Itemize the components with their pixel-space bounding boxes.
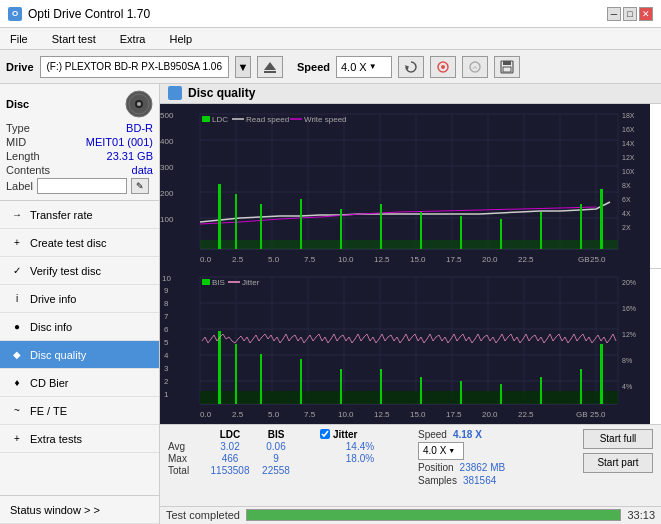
- chart-header: Disc quality: [160, 84, 661, 104]
- speed-result-dropdown[interactable]: 4.0 X ▼: [418, 442, 464, 460]
- label-label: Label: [6, 180, 33, 192]
- svg-rect-68: [460, 216, 462, 249]
- close-button[interactable]: ✕: [639, 7, 653, 21]
- svg-text:6: 6: [164, 325, 169, 334]
- svg-text:0.0: 0.0: [200, 255, 212, 264]
- svg-text:22.5: 22.5: [518, 255, 534, 264]
- disc-length-row: Length 23.31 GB: [6, 150, 153, 162]
- svg-text:GB: GB: [576, 410, 588, 419]
- app-icon: O: [8, 7, 22, 21]
- speed-label: Speed: [297, 61, 330, 73]
- stats-section: LDC BIS Avg 3.02 0.06 Max 466 9 Total: [168, 429, 653, 486]
- svg-text:0.0: 0.0: [200, 410, 212, 419]
- sidebar-item-cd-bier[interactable]: ♦ CD Bier: [0, 369, 159, 397]
- label-edit-button[interactable]: ✎: [131, 178, 149, 194]
- svg-rect-129: [260, 354, 262, 404]
- svg-text:25.0: 25.0: [590, 255, 606, 264]
- length-value: 23.31 GB: [107, 150, 153, 162]
- svg-text:20%: 20%: [622, 279, 636, 286]
- avg-bis: 0.06: [256, 441, 296, 452]
- svg-rect-69: [500, 219, 502, 249]
- sidebar-item-drive-info[interactable]: i Drive info: [0, 285, 159, 313]
- svg-rect-7: [503, 61, 511, 65]
- sidebar-item-create-test-disc[interactable]: + Create test disc: [0, 229, 159, 257]
- eject-button[interactable]: [257, 56, 283, 78]
- sidebar-nav: → Transfer rate + Create test disc ✓ Ver…: [0, 201, 159, 495]
- menu-extra[interactable]: Extra: [114, 31, 152, 47]
- svg-rect-128: [235, 344, 237, 404]
- svg-text:BIS: BIS: [212, 278, 225, 287]
- status-text: Test completed: [166, 509, 240, 521]
- start-part-button[interactable]: Start part: [583, 453, 653, 473]
- extra-tests-icon: +: [10, 432, 24, 446]
- burn-button[interactable]: [462, 56, 488, 78]
- svg-text:LDC: LDC: [212, 115, 228, 124]
- svg-text:16X: 16X: [622, 126, 635, 133]
- nav-label-disc-quality: Disc quality: [30, 349, 86, 361]
- app-title: Opti Drive Control 1.70: [28, 7, 150, 21]
- top-chart: 500 400 300 200 100 18X 16X 14X 12X 10X …: [160, 104, 661, 269]
- menu-help[interactable]: Help: [163, 31, 198, 47]
- sidebar-item-extra-tests[interactable]: + Extra tests: [0, 425, 159, 453]
- total-label: Total: [168, 465, 204, 476]
- speed-dropdown-arrow: ▼: [369, 62, 377, 71]
- svg-point-4: [441, 65, 445, 69]
- svg-text:5.0: 5.0: [268, 255, 280, 264]
- mid-label: MID: [6, 136, 26, 148]
- svg-text:10X: 10X: [622, 168, 635, 175]
- progress-bar: [246, 509, 621, 521]
- svg-text:16%: 16%: [622, 305, 636, 312]
- status-window-button[interactable]: Status window > >: [0, 496, 159, 524]
- total-ldc: 1153508: [204, 465, 256, 476]
- type-value: BD-R: [126, 122, 153, 134]
- label-input[interactable]: [37, 178, 127, 194]
- verify-test-disc-icon: ✓: [10, 264, 24, 278]
- samples-value: 381564: [463, 475, 496, 486]
- start-full-button[interactable]: Start full: [583, 429, 653, 449]
- svg-rect-126: [200, 391, 618, 404]
- stats-bar: LDC BIS Avg 3.02 0.06 Max 466 9 Total: [160, 424, 661, 506]
- svg-text:10.0: 10.0: [338, 255, 354, 264]
- svg-rect-60: [200, 240, 618, 249]
- sidebar-item-fe-te[interactable]: ~ FE / TE: [0, 397, 159, 425]
- svg-text:Jitter: Jitter: [242, 278, 260, 287]
- sidebar-item-disc-info[interactable]: ● Disc info: [0, 313, 159, 341]
- options-button[interactable]: [430, 56, 456, 78]
- max-bis: 9: [256, 453, 296, 464]
- fe-te-icon: ~: [10, 404, 24, 418]
- transfer-rate-icon: →: [10, 208, 24, 222]
- svg-text:Write speed: Write speed: [304, 115, 347, 124]
- avg-ldc: 3.02: [204, 441, 256, 452]
- title-bar: O Opti Drive Control 1.70 ─ □ ✕: [0, 0, 661, 28]
- menu-start-test[interactable]: Start test: [46, 31, 102, 47]
- drive-dropdown-arrow[interactable]: ▼: [235, 56, 251, 78]
- maximize-button[interactable]: □: [623, 7, 637, 21]
- menu-file[interactable]: File: [4, 31, 34, 47]
- refresh-button[interactable]: [398, 56, 424, 78]
- speed-select[interactable]: 4.0 X ▼: [336, 56, 392, 78]
- svg-text:GB: GB: [578, 255, 590, 264]
- svg-text:300: 300: [160, 163, 174, 172]
- svg-text:18X: 18X: [622, 112, 635, 119]
- avg-label: Avg: [168, 441, 204, 452]
- max-ldc: 466: [204, 453, 256, 464]
- disc-contents-row: Contents data: [6, 164, 153, 176]
- svg-rect-138: [600, 344, 603, 404]
- svg-text:7.5: 7.5: [304, 410, 316, 419]
- max-jitter: 18.0%: [320, 453, 400, 464]
- svg-rect-73: [202, 116, 210, 122]
- sidebar-item-transfer-rate[interactable]: → Transfer rate: [0, 201, 159, 229]
- sidebar-item-disc-quality[interactable]: ◆ Disc quality: [0, 341, 159, 369]
- save-button[interactable]: [494, 56, 520, 78]
- jitter-checkbox[interactable]: [320, 429, 330, 439]
- drive-select[interactable]: (F:) PLEXTOR BD-R PX-LB950SA 1.06: [40, 56, 229, 78]
- svg-rect-132: [380, 369, 382, 404]
- disc-label-row: Label ✎: [6, 178, 153, 194]
- svg-text:20.0: 20.0: [482, 410, 498, 419]
- svg-text:7: 7: [164, 312, 169, 321]
- menu-bar: File Start test Extra Help: [0, 28, 661, 50]
- minimize-button[interactable]: ─: [607, 7, 621, 21]
- sidebar-item-verify-test-disc[interactable]: ✓ Verify test disc: [0, 257, 159, 285]
- svg-text:5.0: 5.0: [268, 410, 280, 419]
- svg-text:3: 3: [164, 364, 169, 373]
